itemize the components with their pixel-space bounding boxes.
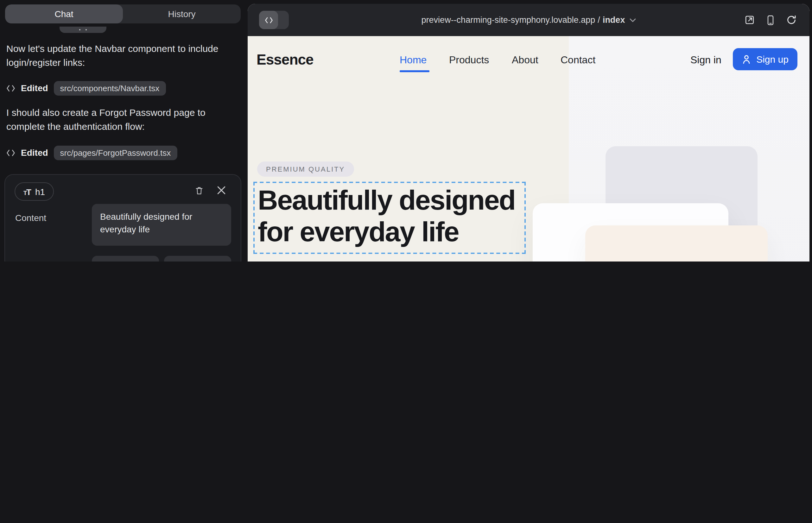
margin-x-input[interactable]: 0 [92, 256, 159, 262]
edited-label: Edited [21, 147, 48, 158]
tab-chat[interactable]: Chat [5, 4, 123, 23]
file-path-pill[interactable]: src/pages/ForgotPassword.tsx [54, 145, 177, 160]
url-bar[interactable]: preview--charming-site-symphony.lovable.… [248, 4, 810, 36]
file-path-pill[interactable]: src/components/Navbar.tsx [54, 81, 166, 95]
browser-actions [745, 4, 796, 36]
trash-icon[interactable] [194, 185, 204, 196]
chat-history-tabs: Chat History [5, 4, 241, 23]
code-icon [6, 85, 15, 91]
site-logo[interactable]: Essence [257, 51, 314, 68]
nav-link-about[interactable]: About [512, 54, 539, 66]
nav-link-contact[interactable]: Contact [561, 54, 595, 66]
text-icon: TT [23, 186, 31, 197]
decorative-rect-cream [585, 226, 768, 262]
edited-file-row: Edited src/components/Navbar.tsx [6, 80, 166, 96]
signin-link[interactable]: Sign in [690, 54, 721, 66]
chat-message: I should also create a Forgot Password p… [6, 106, 237, 133]
site-navbar: Essence Home Products About Contact Sign… [248, 36, 810, 74]
chat-message: Now let's update the Navbar component to… [6, 42, 237, 70]
hero-badge: PREMIUM QUALITY [257, 161, 354, 177]
truncated-pill [59, 26, 106, 33]
code-icon [6, 149, 15, 156]
preview-url: preview--charming-site-symphony.lovable.… [422, 15, 595, 25]
edited-file-row: Edited src/pages/ForgotPassword.tsx [6, 144, 177, 161]
margin-y-input[interactable]: 0 [164, 256, 231, 262]
element-tag-label: h1 [35, 186, 45, 197]
content-label: Content [15, 213, 46, 223]
chevron-down-icon [629, 18, 636, 22]
chat-sidebar: Chat History Now let's update the Navbar… [0, 0, 248, 262]
open-in-new-icon[interactable] [745, 15, 754, 25]
element-editor-panel: TT h1 Content Beautifully designed for e… [4, 174, 241, 262]
app: Chat History Now let's update the Navbar… [0, 0, 812, 262]
signup-button[interactable]: Sign up [733, 48, 797, 70]
nav-link-products[interactable]: Products [449, 54, 489, 66]
hero-heading-selected[interactable]: Beautifully designed for everyday life [253, 182, 526, 254]
page-name: index [603, 15, 625, 25]
refresh-icon[interactable] [787, 15, 796, 25]
content-input[interactable]: Beautifully designed for everyday life [92, 204, 231, 246]
active-nav-underline [400, 70, 429, 72]
edited-label: Edited [21, 83, 48, 93]
tab-history[interactable]: History [123, 4, 241, 23]
preview-frame: preview--charming-site-symphony.lovable.… [248, 4, 810, 262]
smartphone-icon[interactable] [767, 15, 774, 25]
user-icon [742, 54, 751, 64]
nav-link-home[interactable]: Home [400, 54, 427, 66]
url-separator: / [598, 15, 600, 25]
element-tag-badge[interactable]: TT h1 [15, 182, 54, 201]
close-icon[interactable] [217, 186, 226, 194]
site-preview: Essence Home Products About Contact Sign… [248, 36, 810, 262]
browser-bar: preview--charming-site-symphony.lovable.… [248, 4, 810, 36]
